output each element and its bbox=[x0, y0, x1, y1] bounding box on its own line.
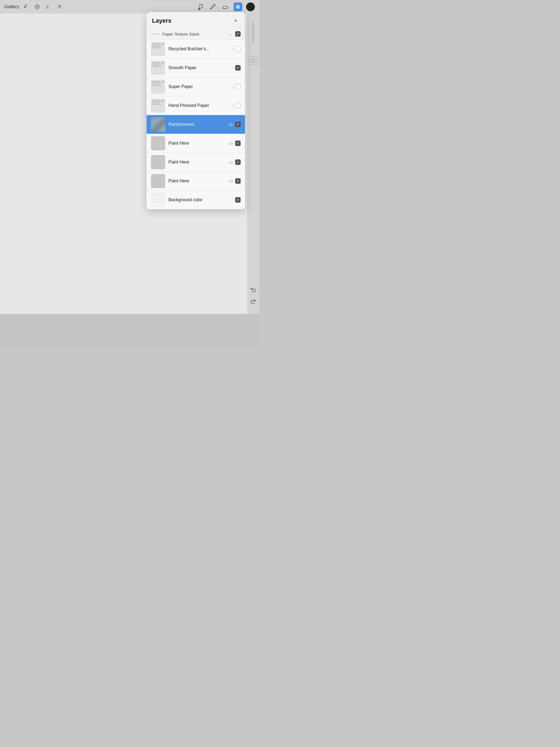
layer-visibility-paint2[interactable] bbox=[235, 159, 240, 165]
layers-panel-title: Layers bbox=[152, 17, 172, 24]
svg-text:S: S bbox=[46, 4, 49, 9]
svg-point-0 bbox=[35, 5, 40, 9]
brush-tool-icon[interactable] bbox=[208, 2, 217, 11]
redo-button[interactable] bbox=[249, 297, 258, 306]
toolbar-right bbox=[196, 2, 255, 11]
undo-redo-area bbox=[249, 285, 258, 306]
layer-chevron-super: › bbox=[232, 84, 233, 89]
layer-name-paint1: Paint Here bbox=[169, 141, 229, 146]
pen-tool-icon[interactable] bbox=[196, 2, 205, 11]
layer-row-handpressed[interactable]: Hand Pressed Paper › bbox=[147, 96, 245, 115]
layer-name-bgcol: Background color bbox=[169, 198, 235, 202]
layer-thumb-smooth bbox=[151, 61, 165, 75]
transform-icon[interactable] bbox=[55, 3, 63, 11]
svg-rect-3 bbox=[236, 5, 240, 6]
layer-name-handpressed: Hand Pressed Paper bbox=[169, 103, 232, 108]
layer-chevron-handpressed: › bbox=[232, 103, 233, 108]
layers-panel: Layers + Paper Texture Stack ⌄ Recycled … bbox=[147, 12, 245, 209]
layer-row-paint2[interactable]: Paint Here Lb bbox=[147, 153, 245, 172]
layer-thumb-paint3 bbox=[151, 174, 165, 188]
sidebar-tool-button[interactable] bbox=[249, 56, 258, 65]
layer-name-randomness: Randomness bbox=[169, 122, 228, 127]
svg-rect-6 bbox=[252, 59, 255, 62]
svg-rect-4 bbox=[236, 6, 240, 7]
layer-visibility-recycled[interactable] bbox=[235, 46, 240, 52]
layer-thumb-recycled bbox=[151, 42, 165, 56]
layer-name-super: Super Paper bbox=[169, 84, 232, 89]
layer-name-paint2: Paint Here bbox=[169, 160, 229, 164]
layer-row-paint3[interactable]: Paint Here Lb bbox=[147, 172, 245, 190]
layer-visibility-handpressed[interactable] bbox=[235, 103, 240, 108]
color-picker[interactable] bbox=[246, 2, 255, 11]
stylize-icon[interactable]: S bbox=[44, 3, 52, 11]
layer-row-recycled[interactable]: Recycled Butcher's... › bbox=[147, 40, 245, 58]
layer-row-randomness[interactable]: Randomness Cb bbox=[147, 115, 245, 134]
layer-name-smooth: Smooth Paper bbox=[169, 66, 232, 70]
layer-blend-randomness: Cb bbox=[228, 123, 233, 127]
gallery-button[interactable]: Gallery bbox=[4, 4, 19, 9]
bottom-bar bbox=[0, 314, 259, 347]
layer-visibility-smooth[interactable] bbox=[235, 65, 240, 71]
layer-thumb-paint2 bbox=[151, 155, 165, 169]
layer-thumb-bgcol bbox=[151, 193, 165, 207]
toolbar: Gallery S bbox=[0, 0, 259, 14]
stack-visibility-checkbox[interactable] bbox=[235, 31, 240, 36]
layer-row-bgcol[interactable]: Background color bbox=[147, 190, 245, 209]
layer-thumb-super bbox=[151, 80, 165, 94]
layer-visibility-bgcol[interactable] bbox=[235, 197, 240, 203]
stack-name: Paper Texture Stack bbox=[162, 32, 229, 36]
scroll-indicator bbox=[252, 21, 254, 43]
layers-header: Layers + bbox=[147, 12, 245, 28]
stack-row[interactable]: Paper Texture Stack ⌄ bbox=[147, 28, 245, 40]
layer-blend-paint2: Lb bbox=[229, 160, 233, 164]
layers-tool-icon[interactable] bbox=[233, 2, 242, 11]
layer-visibility-paint3[interactable] bbox=[235, 178, 240, 184]
eraser-tool-icon[interactable] bbox=[221, 2, 230, 11]
undo-button[interactable] bbox=[249, 285, 258, 294]
layer-thumb-handpressed bbox=[151, 98, 165, 113]
layer-thumb-paint1 bbox=[151, 136, 165, 150]
add-layer-button[interactable]: + bbox=[232, 17, 239, 25]
layer-visibility-randomness[interactable] bbox=[235, 122, 240, 127]
layer-blend-paint1: Lb bbox=[229, 141, 233, 146]
layer-chevron-smooth: › bbox=[232, 66, 233, 70]
layer-row-super[interactable]: Super Paper › bbox=[147, 77, 245, 96]
svg-rect-5 bbox=[236, 8, 240, 8]
layer-blend-paint3: Lb bbox=[229, 179, 233, 183]
layer-visibility-super[interactable] bbox=[235, 84, 240, 89]
wrench-icon[interactable] bbox=[22, 3, 30, 11]
modify-icon[interactable] bbox=[33, 3, 41, 11]
stack-chevron-down-icon: ⌄ bbox=[229, 32, 232, 36]
layer-name-paint3: Paint Here bbox=[169, 179, 229, 183]
layer-name-recycled: Recycled Butcher's... bbox=[169, 47, 232, 51]
layer-chevron-recycled: › bbox=[232, 47, 233, 51]
layer-row-smooth[interactable]: Smooth Paper › bbox=[147, 58, 245, 77]
layer-thumb-randomness bbox=[151, 117, 165, 131]
toolbar-left: Gallery S bbox=[4, 3, 63, 11]
right-sidebar bbox=[247, 14, 259, 314]
layer-row-paint1[interactable]: Paint Here Lb bbox=[147, 134, 245, 153]
layer-visibility-paint1[interactable] bbox=[235, 140, 240, 146]
stack-line-icon bbox=[151, 34, 160, 34]
